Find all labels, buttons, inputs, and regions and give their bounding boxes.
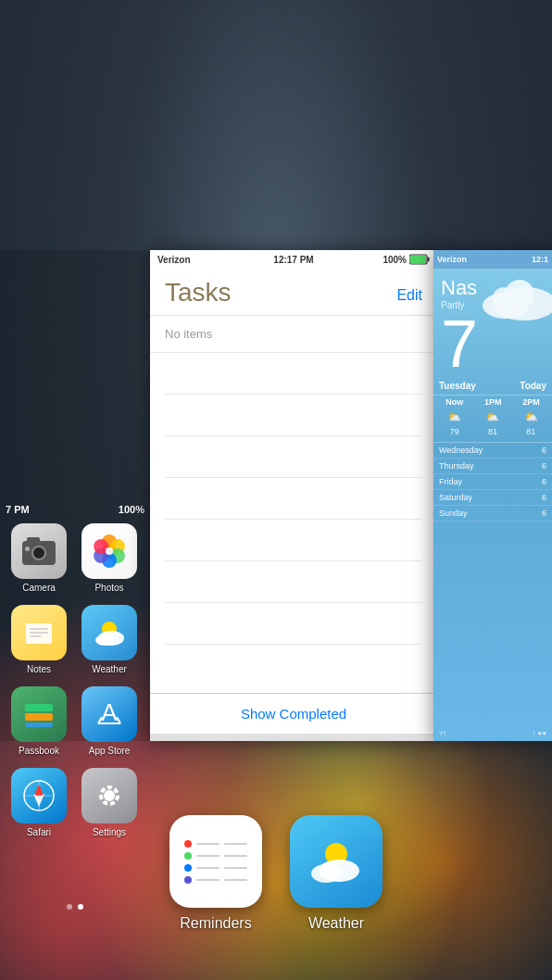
weather-icon-row: ⛅ ⛅ ⛅ [433,408,552,425]
photos-icon-svg [92,534,127,569]
weather-week-saturday: Saturday 6 [433,490,552,506]
weather-statusbar: Verizon 12:1 [433,250,552,269]
weather-temp-wed: 6 [542,446,546,455]
svg-rect-31 [410,256,426,263]
tasks-line-7 [165,644,422,645]
weather-dock-label: Weather [308,915,364,932]
reminder-dash-4b [224,879,247,881]
reminder-line-2 [184,852,247,860]
tasks-statusbar: Verizon 12:17 PM 100% [150,250,437,269]
dock-weather[interactable]: Weather [290,815,383,932]
battery-icon [409,254,430,265]
reminder-dot-red [184,840,192,848]
weather-weekly: Wednesday 6 Thursday 6 Friday 6 Saturday… [433,442,552,521]
weather-panel: Verizon 12:1 Nas Partly 7 Tuesday Today … [433,250,552,741]
weather-icon-svg [91,616,128,649]
weather-carrier: Verizon [437,255,467,264]
reminder-dot-purple [184,876,192,884]
reminder-dash-4 [196,879,220,881]
passbook-icon-svg [21,697,56,732]
tasks-line-4 [165,519,422,520]
svg-rect-16 [25,713,53,721]
tasks-bottom-bar [150,734,437,741]
tasks-title: Tasks [165,278,232,308]
weather-dock-icon [290,815,383,908]
weather-week-wednesday: Wednesday 6 [433,443,552,459]
weather-temp-sun: 6 [542,509,546,518]
svg-point-38 [311,864,341,883]
appstore-icon-svg: A [92,697,127,732]
svg-point-7 [106,547,113,555]
weather-temp-large: 7 [433,310,552,377]
weather-icon-2pm: ⛅ [524,410,538,423]
svg-rect-8 [26,623,52,644]
weather-time: 12:1 [532,255,548,264]
weather-day-sat: Saturday [439,493,472,502]
reminder-dash-3b [224,867,247,869]
svg-rect-30 [428,258,430,262]
app-photos[interactable]: Photos [78,523,141,605]
weather-temp-1pm: 81 [488,427,497,436]
app-notes[interactable]: Notes [7,605,70,686]
tasks-line-6 [165,602,422,603]
weather-time-1pm: 1PM [484,397,502,407]
reminder-dash-2 [196,855,220,857]
passbook-label: Passbook [19,746,59,756]
reminders-inner [179,824,253,898]
weather-icon-1pm: ⛅ [485,410,499,423]
homescreen-battery: 100% [119,504,144,515]
app-weather[interactable]: Weather [78,605,141,686]
weather-footer: Y! ↑ ●● [433,729,552,737]
tasks-header: Tasks Edit [150,269,437,316]
tasks-line-1 [165,394,422,395]
appstore-label: App Store [89,746,130,756]
weather-day-fri: Friday [439,477,462,486]
tasks-lines [150,353,437,693]
weather-icon-now: ⛅ [447,410,461,423]
passbook-icon-bg [11,686,67,742]
reminder-dot-green [184,852,192,860]
weather-day-label: Tuesday [439,381,476,391]
reminder-line-1 [184,840,247,848]
weather-day-sun: Sunday [439,509,468,518]
show-completed-button[interactable]: Show Completed [241,706,346,722]
app-appstore[interactable]: A App Store [78,686,141,768]
notes-icon-svg [22,616,56,649]
camera-graphic [22,537,56,565]
weather-temp-fri: 6 [542,477,546,486]
notes-icon-bg [11,605,67,660]
weather-time-row: Now 1PM 2PM [433,396,552,408]
reminder-dash-1 [196,843,220,845]
camera-icon-bg [11,523,67,579]
weather-temp-now: 79 [450,427,459,436]
svg-text:A: A [101,698,118,726]
weather-week-sunday: Sunday 6 [433,506,552,521]
weather-day-thu: Thursday [439,461,474,471]
app-camera[interactable]: Camera [7,523,70,605]
tasks-edit-button[interactable]: Edit [396,287,422,308]
app-passbook[interactable]: Passbook [7,686,70,768]
weather-icon-bg [82,605,137,660]
svg-rect-15 [25,704,53,711]
homescreen-time: 7 PM [6,504,30,515]
tasks-carrier: Verizon [157,255,191,265]
notes-label: Notes [27,664,51,674]
weather-day-wed: Wednesday [439,446,483,455]
weather-footer-location: ↑ ●● [532,729,546,737]
tasks-line-2 [165,435,422,436]
dock-reminders[interactable]: Reminders [169,815,262,932]
reminder-line-3 [184,864,247,872]
reminders-label: Reminders [180,915,251,932]
tasks-line-5 [165,560,422,561]
reminder-dash-3 [196,867,220,869]
photos-label: Photos [94,583,123,593]
svg-rect-17 [25,722,53,727]
reminder-line-4 [184,876,247,884]
tasks-no-items: No items [150,316,437,353]
tasks-line-3 [165,477,422,478]
weather-time-2pm: 2PM [522,397,540,407]
weather-temp-thu: 6 [542,461,546,471]
tasks-time: 12:17 PM [273,255,313,265]
weather-temp-row: 79 81 81 [433,425,552,438]
weather-footer-logo: Y! [439,729,446,737]
